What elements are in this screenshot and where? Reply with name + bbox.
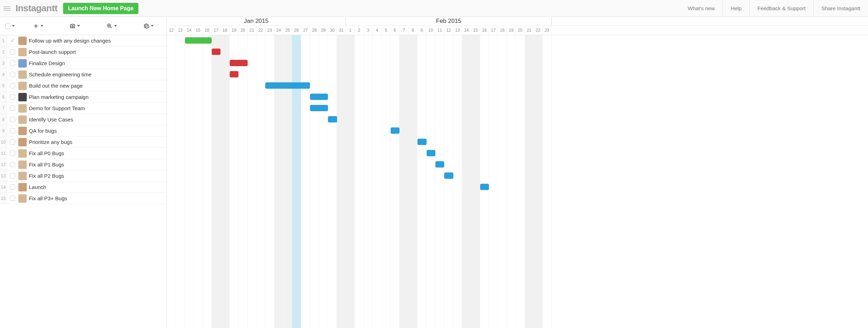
task-checkbox[interactable] — [7, 151, 18, 156]
assignee-avatar[interactable] — [18, 194, 27, 203]
assignee-avatar[interactable] — [18, 93, 27, 101]
add-button[interactable] — [20, 23, 56, 29]
task-bar[interactable] — [417, 139, 426, 145]
task-bar[interactable] — [328, 116, 337, 122]
day-label: 26 — [292, 26, 301, 35]
assignee-avatar[interactable] — [18, 172, 27, 180]
day-label: 11 — [435, 26, 444, 35]
assignee-avatar[interactable] — [18, 115, 27, 124]
task-row[interactable]: 13Fix all P2 Bugs — [0, 170, 167, 182]
assignee-avatar[interactable] — [18, 183, 27, 191]
gantt-row — [167, 46, 868, 58]
task-checkbox[interactable] — [7, 173, 18, 178]
task-checkbox[interactable] — [7, 106, 18, 111]
task-row[interactable]: 2Post-launch support — [0, 46, 167, 58]
camera-icon — [69, 23, 76, 29]
nav-help[interactable]: Help — [723, 0, 749, 17]
gantt-row — [167, 35, 868, 46]
task-bar[interactable] — [444, 172, 453, 179]
task-checkbox[interactable] — [7, 196, 18, 201]
select-all-checkbox[interactable] — [0, 23, 20, 29]
assignee-avatar[interactable] — [18, 104, 27, 113]
task-bar[interactable] — [427, 150, 435, 156]
task-bar[interactable] — [265, 82, 310, 89]
day-label: 21 — [525, 26, 534, 35]
task-checkbox[interactable] — [7, 72, 18, 77]
task-row[interactable]: 7Demo for Support Team — [0, 103, 167, 114]
task-row[interactable]: 11Fix all P0 Bugs — [0, 148, 167, 159]
task-row[interactable]: 6Plan marketing campaign — [0, 92, 167, 103]
month-label: Jan 2015 — [167, 17, 346, 25]
row-number: 1 — [0, 35, 7, 46]
task-bar[interactable] — [310, 94, 328, 100]
assignee-avatar[interactable] — [18, 59, 27, 68]
task-checkbox[interactable]: ✓ — [7, 37, 18, 44]
task-row[interactable]: 4Schedule engineering time — [0, 69, 167, 80]
zoom-button[interactable] — [93, 23, 130, 29]
day-label: 23 — [542, 26, 551, 35]
menu-icon[interactable] — [0, 6, 14, 11]
task-bar[interactable] — [185, 37, 212, 44]
task-bar[interactable] — [480, 184, 489, 190]
day-label: 3 — [364, 26, 373, 35]
row-number: 5 — [0, 80, 7, 91]
task-bar[interactable] — [230, 71, 238, 77]
task-row[interactable]: 9QA for bugs — [0, 125, 167, 137]
svg-point-0 — [72, 25, 74, 27]
row-number: 6 — [0, 92, 7, 102]
task-title: Prioritize any bugs — [29, 139, 167, 145]
task-checkbox[interactable] — [7, 128, 18, 133]
task-checkbox[interactable] — [7, 162, 18, 167]
launch-project-button[interactable]: Launch New Home Page — [63, 3, 138, 14]
assignee-avatar[interactable] — [18, 127, 27, 135]
assignee-avatar[interactable] — [18, 149, 27, 158]
day-label: 12 — [444, 26, 453, 35]
nav-feedback[interactable]: Feedback & Support — [749, 0, 813, 17]
task-bar[interactable] — [230, 60, 248, 66]
task-checkbox[interactable] — [7, 117, 18, 122]
snapshot-button[interactable] — [56, 23, 93, 29]
task-bar[interactable] — [391, 127, 399, 134]
task-row[interactable]: 10Prioritize any bugs — [0, 137, 167, 148]
nav-whats-new[interactable]: What's new — [680, 0, 723, 17]
assignee-avatar[interactable] — [18, 138, 27, 146]
task-checkbox[interactable] — [7, 49, 18, 55]
task-checkbox[interactable] — [7, 184, 18, 190]
assignee-avatar[interactable] — [18, 48, 27, 56]
row-number: 14 — [0, 182, 7, 193]
task-row[interactable]: 15Fix all P3+ Bugs — [0, 193, 167, 204]
day-label: 29 — [319, 26, 328, 35]
task-row[interactable]: 8Identify Use Cases — [0, 114, 167, 125]
task-bar[interactable] — [435, 161, 444, 168]
top-nav: What's new Help Feedback & Support Share… — [680, 0, 868, 17]
day-label: 9 — [417, 26, 426, 35]
zoom-icon — [106, 23, 113, 29]
task-row[interactable]: 1✓Follow up with any design changes — [0, 35, 167, 46]
assignee-avatar[interactable] — [18, 37, 27, 45]
day-label: 12 — [167, 26, 176, 35]
task-row[interactable]: 3Finalize Design — [0, 58, 167, 69]
day-label: 23 — [265, 26, 274, 35]
settings-button[interactable] — [130, 23, 167, 29]
task-title: Follow up with any design changes — [29, 38, 167, 44]
nav-share[interactable]: Share Instagantt — [813, 0, 868, 17]
assignee-avatar[interactable] — [18, 160, 27, 169]
row-number: 9 — [0, 125, 7, 136]
task-checkbox[interactable] — [7, 139, 18, 145]
assignee-avatar[interactable] — [18, 82, 27, 90]
task-row[interactable]: 12Fix all P1 Bugs — [0, 159, 167, 170]
task-title: Demo for Support Team — [29, 105, 167, 111]
gantt-chart[interactable] — [167, 35, 868, 328]
task-bar[interactable] — [310, 105, 328, 111]
assignee-avatar[interactable] — [18, 70, 27, 79]
task-row[interactable]: 5Build out the new page — [0, 80, 167, 92]
gantt-row — [167, 193, 868, 204]
gantt-row — [167, 69, 868, 80]
task-checkbox[interactable] — [7, 61, 18, 66]
gantt-row — [167, 148, 868, 159]
task-checkbox[interactable] — [7, 83, 18, 88]
task-row[interactable]: 14Launch — [0, 182, 167, 193]
day-label: 13 — [453, 26, 462, 35]
task-bar[interactable] — [212, 49, 221, 55]
task-checkbox[interactable] — [7, 94, 18, 100]
